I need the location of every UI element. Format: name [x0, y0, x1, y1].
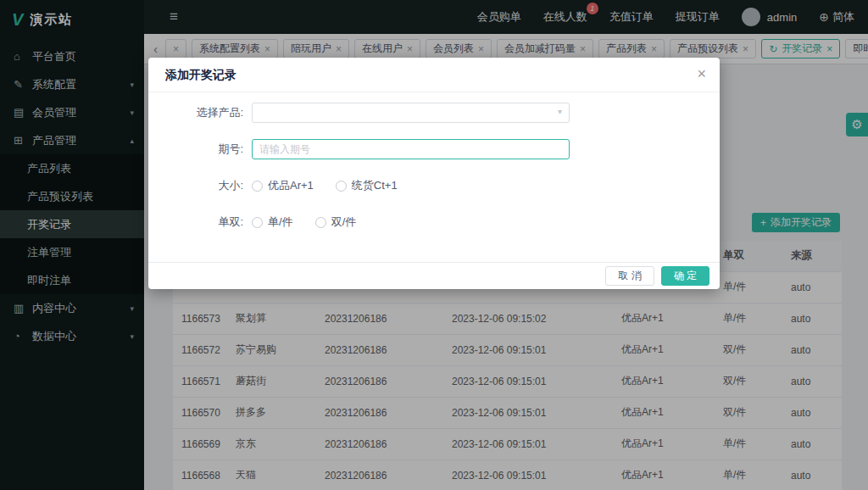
radio-label: 优品Ar+1: [268, 178, 314, 193]
size-option-regular[interactable]: 统货Ct+1: [336, 178, 398, 193]
size-label: 大小:: [148, 178, 243, 193]
radio-icon[interactable]: [252, 181, 263, 192]
issue-input-row: 期号:: [148, 140, 720, 159]
radio-label: 双/件: [331, 214, 357, 230]
parity-label: 单双:: [148, 214, 243, 230]
product-select[interactable]: ▾: [252, 103, 570, 123]
modal-close-icon[interactable]: ×: [697, 65, 706, 82]
product-select-label: 选择产品:: [148, 105, 243, 120]
modal-body: 选择产品: ▾ 期号: 大小: 优品Ar+1 统货Ct+1 单: [148, 92, 720, 262]
parity-radio-group: 单/件 双/件: [252, 214, 356, 230]
product-select-row: 选择产品: ▾: [148, 103, 720, 122]
chevron-down-icon: ▾: [558, 107, 562, 116]
size-radio-group: 优品Ar+1 统货Ct+1: [252, 178, 398, 193]
modal-header: 添加开奖记录 ×: [148, 58, 720, 92]
radio-icon[interactable]: [252, 217, 263, 228]
add-record-modal: 添加开奖记录 × 选择产品: ▾ 期号: 大小: 优品Ar+1 统货Ct+1: [148, 58, 720, 289]
radio-label: 单/件: [268, 214, 293, 230]
radio-icon[interactable]: [336, 181, 347, 192]
modal-title: 添加开奖记录: [165, 68, 236, 81]
radio-icon[interactable]: [315, 217, 326, 228]
confirm-button[interactable]: 确 定: [661, 266, 709, 286]
issue-label: 期号:: [148, 142, 243, 157]
radio-label: 统货Ct+1: [352, 178, 398, 193]
modal-footer: 取 消 确 定: [148, 262, 720, 289]
parity-radio-row: 单双: 单/件 双/件: [148, 213, 720, 231]
parity-option-even[interactable]: 双/件: [315, 214, 357, 230]
cancel-button[interactable]: 取 消: [605, 266, 654, 286]
size-option-premium[interactable]: 优品Ar+1: [252, 178, 314, 193]
size-radio-row: 大小: 优品Ar+1 统货Ct+1: [148, 176, 720, 195]
issue-input[interactable]: [252, 139, 570, 159]
parity-option-odd[interactable]: 单/件: [252, 214, 293, 230]
